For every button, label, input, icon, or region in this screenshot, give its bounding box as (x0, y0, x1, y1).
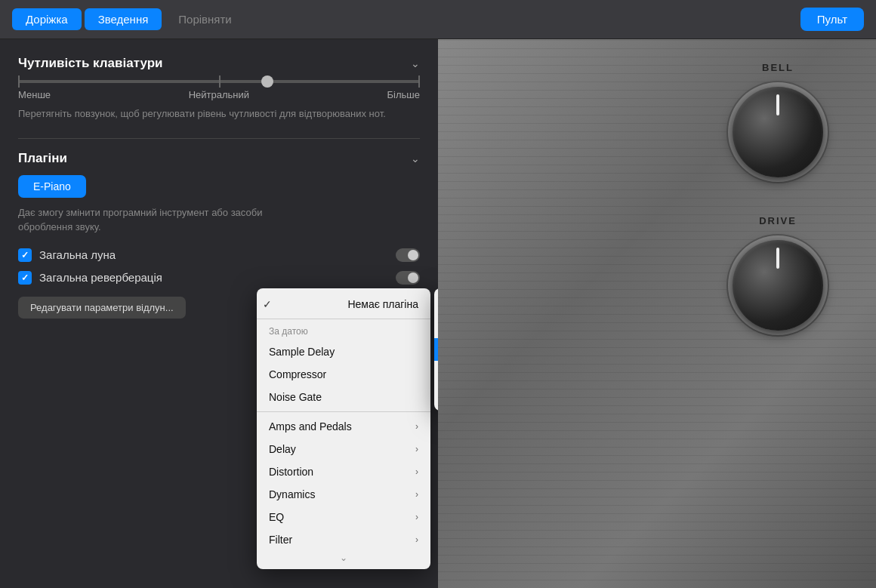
tab-group: Доріжка Зведення Порівняти (12, 8, 245, 30)
reverb-label: Загальна луна (39, 248, 116, 261)
keyboard-sensitivity-slider[interactable] (18, 80, 420, 83)
submenu-delay: Delay Designer Echo Sample Delay Stereo … (434, 288, 438, 411)
drive-knob-group: DRIVE (725, 215, 831, 338)
delay-arrow-icon: › (415, 444, 418, 454)
reverb-row: Загальна луна (18, 248, 420, 262)
label-neutral: Нейтральний (189, 89, 249, 100)
plugin-epiano-button[interactable]: E-Piano (18, 175, 86, 198)
submenu-stereo-delay[interactable]: Stereo Delay (434, 361, 438, 383)
dropdown-item-distortion[interactable]: Distortion › (257, 460, 430, 483)
dropdown-category-date: За датою (257, 322, 430, 340)
amps-arrow-icon: › (415, 421, 418, 432)
drive-knob[interactable] (733, 240, 823, 331)
left-panel: Чутливість клавіатури ⌄ Менше Нейтральни… (0, 39, 438, 588)
reverb2-checkbox[interactable] (18, 271, 32, 285)
dropdown-item-noise-gate[interactable]: Noise Gate (257, 386, 430, 408)
reverb2-label: Загальна реверберація (39, 271, 162, 284)
keyboard-sensitivity-title: Чутливість клавіатури (18, 56, 163, 71)
tab-porivniaty[interactable]: Порівняти (165, 8, 245, 30)
eq-arrow-icon: › (415, 512, 418, 522)
plugins-chevron[interactable]: ⌄ (411, 152, 420, 165)
dropdown-item-filter[interactable]: Filter › (257, 528, 430, 551)
dropdown-item-no-plugin[interactable]: Немає плагіна (257, 293, 430, 316)
filter-arrow-icon: › (415, 534, 418, 545)
plugin-description: Дає змогу змінити програмний інструмент … (18, 205, 275, 235)
plugins-header: Плагіни ⌄ (18, 151, 420, 166)
dropdown-item-eq[interactable]: EQ › (257, 506, 430, 528)
top-bar: Доріжка Зведення Порівняти Пульт (0, 0, 876, 39)
tab-zvedennia[interactable]: Зведення (85, 8, 162, 30)
right-panel: BELL (438, 39, 876, 588)
dynamics-arrow-icon: › (415, 489, 418, 500)
plugins-title: Плагіни (18, 151, 67, 166)
dropdown-item-delay[interactable]: Delay › (257, 438, 430, 460)
dropdown-item-amps[interactable]: Amps and Pedals › (257, 415, 430, 438)
reverb-checkbox[interactable] (18, 248, 32, 262)
keyboard-sensitivity-chevron[interactable]: ⌄ (411, 57, 420, 69)
dropdown-item-sample-delay-recent[interactable]: Sample Delay (257, 340, 430, 363)
reverb-toggle[interactable] (396, 248, 420, 262)
dropdown-menu: Немає плагіна За датою Sample Delay Comp… (257, 288, 430, 569)
submenu-echo[interactable]: Echo (434, 316, 438, 338)
keyboard-sensitivity-header: Чутливість клавіатури ⌄ (18, 56, 420, 71)
amp-body: BELL (438, 39, 876, 588)
label-less: Менше (18, 89, 51, 100)
distortion-arrow-icon: › (415, 466, 418, 477)
bell-knob[interactable] (733, 87, 823, 177)
pult-button[interactable]: Пульт (800, 8, 864, 31)
slider-labels: Менше Нейтральний Більше (18, 89, 420, 100)
dropdown-item-compressor[interactable]: Compressor (257, 363, 430, 386)
tab-doriozhka[interactable]: Доріжка (12, 8, 82, 30)
slider-description: Перетягніть повзунок, щоб регулювати рів… (18, 106, 420, 122)
submenu-sample-delay[interactable]: Sample Delay (434, 338, 438, 361)
bell-knob-group: BELL (725, 62, 831, 185)
dropdown-item-dynamics[interactable]: Dynamics › (257, 483, 430, 506)
edit-reverb-button[interactable]: Редагувати параметри відлун... (18, 297, 186, 319)
main-layout: Чутливість клавіатури ⌄ Менше Нейтральни… (0, 39, 876, 588)
submenu-delay-designer[interactable]: Delay Designer (434, 293, 438, 316)
submenu-tape-delay[interactable]: Tape Delay (434, 383, 438, 406)
reverb2-toggle[interactable] (396, 271, 420, 285)
bell-label: BELL (762, 62, 794, 73)
drive-label: DRIVE (759, 215, 797, 226)
reverb2-row: Загальна реверберація (18, 271, 420, 285)
label-more: Більше (387, 89, 420, 100)
